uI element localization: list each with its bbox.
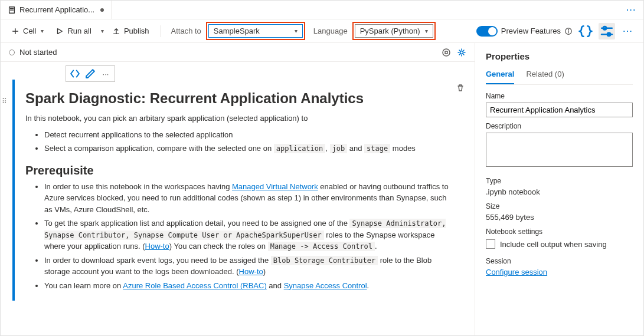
session-label: Session bbox=[486, 257, 633, 265]
code-icon bbox=[68, 67, 81, 80]
drag-handle-icon[interactable]: ⠿ bbox=[2, 97, 8, 106]
unsaved-dot-icon bbox=[100, 8, 104, 12]
list-item: To get the spark application list and ap… bbox=[44, 218, 452, 252]
markdown-cell[interactable]: ⠿ Spark Diagnostic: Recurrent Applicatio… bbox=[12, 80, 469, 301]
separator bbox=[160, 25, 161, 37]
type-label: Type bbox=[486, 177, 633, 185]
svg-marker-5 bbox=[58, 28, 63, 34]
cell-more-button[interactable]: ··· bbox=[99, 67, 112, 80]
managed-vnet-link[interactable]: Managed Virtual Network bbox=[232, 182, 318, 191]
publish-icon bbox=[112, 27, 120, 35]
checkbox-icon bbox=[486, 239, 495, 249]
synapse-access-link[interactable]: Synapse Access Control bbox=[284, 281, 367, 290]
titlebar-more-button[interactable]: ··· bbox=[626, 5, 636, 14]
svg-point-13 bbox=[443, 49, 450, 56]
notebook-icon bbox=[8, 6, 16, 14]
rbac-link[interactable]: Azure Role Based Access Control (RBAC) bbox=[123, 281, 266, 290]
include-output-label: Include cell output when saving bbox=[500, 240, 607, 249]
run-dropdown-chevron[interactable]: ▾ bbox=[101, 28, 104, 34]
language-select[interactable]: PySpark (Python) ▾ bbox=[355, 24, 433, 38]
notebook-tab[interactable]: Recurrent Applicatio... bbox=[8, 1, 112, 19]
publish-button[interactable]: Publish bbox=[109, 24, 153, 38]
preview-features-toggle[interactable]: Preview Features bbox=[476, 26, 573, 37]
list-item: You can learn more on Azure Role Based A… bbox=[44, 280, 452, 292]
status-text: Not started bbox=[19, 48, 57, 57]
properties-title: Properties bbox=[486, 51, 633, 61]
stop-session-icon[interactable] bbox=[442, 48, 451, 57]
play-icon bbox=[55, 27, 64, 35]
run-all-label: Run all bbox=[67, 27, 91, 35]
list-item: Detect recurrent applications to the sel… bbox=[44, 129, 452, 141]
tab-general[interactable]: General bbox=[486, 70, 514, 84]
language-highlight: PySpark (Python) ▾ bbox=[352, 22, 436, 40]
svg-point-8 bbox=[568, 29, 569, 29]
session-settings-icon[interactable] bbox=[457, 48, 466, 57]
prereq-heading: Prerequisite bbox=[25, 164, 452, 177]
cell-intro: In this notebook, you can pick an arbita… bbox=[25, 113, 452, 124]
attach-to-value: SampleSpark bbox=[214, 27, 260, 35]
configure-session-link[interactable]: Configure session bbox=[486, 268, 547, 276]
notebook-settings-label: Notebook settings bbox=[486, 228, 633, 236]
cell-label: Cell bbox=[23, 27, 36, 35]
sliders-icon bbox=[599, 23, 615, 39]
name-label: Name bbox=[486, 92, 633, 100]
cell-toolbar: ··· bbox=[66, 65, 115, 82]
language-value: PySpark (Python) bbox=[360, 27, 420, 35]
publish-label: Publish bbox=[124, 27, 149, 35]
cell-title: Spark Diagnostic: Recurrent Application … bbox=[25, 90, 452, 107]
properties-panel: Properties General Related (0) Name Desc… bbox=[475, 43, 643, 335]
info-icon bbox=[564, 27, 573, 35]
preview-label: Preview Features bbox=[501, 27, 561, 35]
plus-icon bbox=[11, 27, 19, 35]
how-to-link[interactable]: How-to bbox=[239, 267, 263, 276]
name-input[interactable] bbox=[486, 103, 633, 117]
tab-related[interactable]: Related (0) bbox=[526, 70, 564, 84]
status-dot-icon bbox=[9, 50, 15, 55]
braces-icon bbox=[577, 23, 594, 39]
svg-point-15 bbox=[460, 51, 463, 54]
chevron-down-icon: ▾ bbox=[295, 28, 298, 34]
delete-cell-button[interactable] bbox=[456, 83, 465, 94]
trash-icon bbox=[456, 83, 465, 93]
list-item: In order to use this notebook in the wor… bbox=[44, 181, 452, 216]
add-cell-button[interactable]: Cell ▾ bbox=[8, 24, 47, 38]
chevron-down-icon: ▾ bbox=[425, 28, 428, 34]
variables-button[interactable] bbox=[577, 23, 594, 39]
type-value: .ipynb notebook bbox=[486, 187, 633, 196]
description-label: Description bbox=[486, 122, 633, 130]
attach-highlight: SampleSpark ▾ bbox=[206, 22, 305, 40]
attach-to-label: Attach to bbox=[171, 27, 201, 35]
edit-cell-button[interactable] bbox=[84, 67, 97, 80]
toolbar-more-button[interactable]: ··· bbox=[620, 23, 636, 39]
attach-to-select[interactable]: SampleSpark ▾ bbox=[208, 24, 303, 38]
code-view-button[interactable] bbox=[68, 67, 81, 80]
size-value: 555,469 bytes bbox=[486, 213, 633, 222]
toggle-on-icon bbox=[476, 26, 498, 37]
include-output-checkbox[interactable]: Include cell output when saving bbox=[486, 239, 633, 249]
size-label: Size bbox=[486, 202, 633, 210]
svg-rect-14 bbox=[445, 51, 447, 54]
how-to-link[interactable]: How-to bbox=[145, 242, 169, 251]
run-all-button[interactable]: Run all bbox=[52, 24, 94, 38]
list-item: In order to download spark event logs, y… bbox=[44, 255, 452, 278]
language-label: Language bbox=[313, 27, 348, 35]
settings-panel-button[interactable] bbox=[599, 23, 615, 39]
notebook-tab-label: Recurrent Applicatio... bbox=[19, 5, 94, 14]
chevron-down-icon: ▾ bbox=[41, 28, 44, 34]
list-item: Select a comparison application, compare… bbox=[44, 143, 452, 154]
description-input[interactable] bbox=[486, 133, 633, 167]
pencil-icon bbox=[84, 67, 97, 80]
